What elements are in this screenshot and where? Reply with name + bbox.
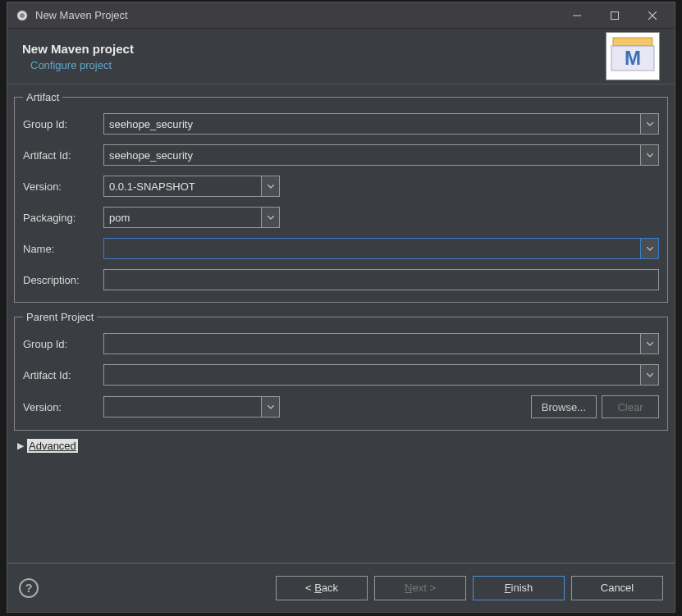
parent-buttons: Browse... Clear (531, 395, 659, 418)
group-id-label: Group Id: (23, 118, 103, 130)
parent-artifact-id-input[interactable] (103, 364, 641, 386)
chevron-down-icon (647, 247, 653, 251)
packaging-label: Packaging: (23, 212, 103, 224)
banner-text: New Maven project Configure project (22, 42, 606, 71)
window-title: New Maven Project (35, 9, 558, 21)
group-id-combo (103, 113, 659, 135)
name-input[interactable] (103, 238, 641, 259)
name-row: Name: (23, 238, 659, 259)
footer-buttons: < Back Next > Finish Cancel (276, 576, 663, 600)
chevron-down-icon (647, 153, 653, 157)
parent-legend: Parent Project (23, 311, 97, 323)
version-dropdown-button[interactable] (262, 176, 280, 197)
wizard-content: Artifact Group Id: Artifact Id: (7, 84, 675, 563)
svg-rect-6 (613, 38, 652, 46)
parent-version-input[interactable] (103, 396, 262, 418)
chevron-down-icon (647, 122, 653, 126)
parent-artifact-id-row: Artifact Id: (23, 364, 659, 386)
parent-group-id-combo (103, 333, 659, 354)
version-combo (103, 176, 280, 197)
name-label: Name: (23, 243, 103, 255)
dialog-window: New Maven Project New Maven project Conf… (7, 2, 675, 613)
chevron-down-icon (647, 373, 653, 377)
packaging-row: Packaging: (23, 207, 659, 228)
description-row: Description: (23, 269, 659, 290)
maven-icon: M (606, 32, 660, 80)
parent-group-id-label: Group Id: (23, 338, 103, 350)
artifact-id-input[interactable] (103, 144, 641, 166)
titlebar: New Maven Project (7, 2, 675, 29)
artifact-group: Artifact Group Id: Artifact Id: (14, 91, 668, 303)
browse-button[interactable]: Browse... (531, 395, 597, 418)
wizard-banner: New Maven project Configure project M (7, 29, 675, 84)
chevron-down-icon (268, 405, 274, 409)
app-icon (16, 9, 29, 22)
banner-title: New Maven project (22, 42, 606, 56)
parent-artifact-id-combo (103, 364, 659, 386)
parent-group-id-row: Group Id: (23, 333, 659, 354)
next-button[interactable]: Next > (374, 576, 466, 600)
window-controls (558, 3, 671, 28)
parent-version-label: Version: (23, 401, 103, 413)
description-label: Description: (23, 274, 103, 286)
version-row: Version: (23, 176, 659, 197)
name-combo (103, 238, 659, 259)
close-button[interactable] (634, 3, 671, 28)
wizard-footer: ? < Back Next > Finish Cancel (7, 563, 675, 612)
cancel-button[interactable]: Cancel (571, 576, 663, 600)
group-id-row: Group Id: (23, 113, 659, 135)
parent-version-combo (103, 396, 280, 418)
packaging-combo (103, 207, 280, 228)
artifact-id-row: Artifact Id: (23, 144, 659, 166)
packaging-dropdown-button[interactable] (262, 207, 280, 228)
chevron-down-icon (268, 185, 274, 189)
version-input[interactable] (103, 176, 262, 197)
minimize-button[interactable] (558, 3, 596, 28)
back-button[interactable]: < Back (276, 576, 368, 600)
artifact-legend: Artifact (23, 91, 62, 103)
version-label: Version: (23, 180, 103, 193)
maximize-button[interactable] (596, 3, 634, 28)
finish-button[interactable]: Finish (473, 576, 565, 600)
svg-point-1 (20, 13, 25, 18)
packaging-input[interactable] (103, 207, 262, 228)
chevron-down-icon (268, 216, 274, 220)
name-dropdown-button[interactable] (641, 238, 659, 259)
group-id-dropdown-button[interactable] (641, 113, 659, 135)
artifact-id-label: Artifact Id: (23, 149, 103, 162)
expand-arrow-icon: ▶ (17, 440, 24, 451)
parent-version-row: Version: Browse... Clear (23, 395, 659, 418)
clear-button[interactable]: Clear (602, 395, 659, 418)
advanced-expander[interactable]: ▶ Advanced (17, 439, 668, 453)
svg-rect-3 (611, 11, 619, 19)
parent-artifact-id-dropdown-button[interactable] (641, 364, 659, 386)
help-icon[interactable]: ? (19, 578, 39, 598)
parent-project-group: Parent Project Group Id: Artifact Id: (14, 311, 668, 431)
artifact-id-combo (103, 144, 659, 166)
banner-subtitle: Configure project (30, 59, 606, 71)
parent-version-dropdown-button[interactable] (262, 396, 280, 418)
parent-group-id-dropdown-button[interactable] (641, 333, 659, 354)
description-input[interactable] (103, 269, 659, 290)
svg-text:M: M (625, 47, 641, 69)
advanced-label: Advanced (27, 439, 78, 453)
group-id-input[interactable] (103, 113, 641, 135)
chevron-down-icon (647, 342, 653, 346)
parent-group-id-input[interactable] (103, 333, 641, 354)
parent-artifact-id-label: Artifact Id: (23, 369, 103, 381)
artifact-id-dropdown-button[interactable] (641, 144, 659, 166)
